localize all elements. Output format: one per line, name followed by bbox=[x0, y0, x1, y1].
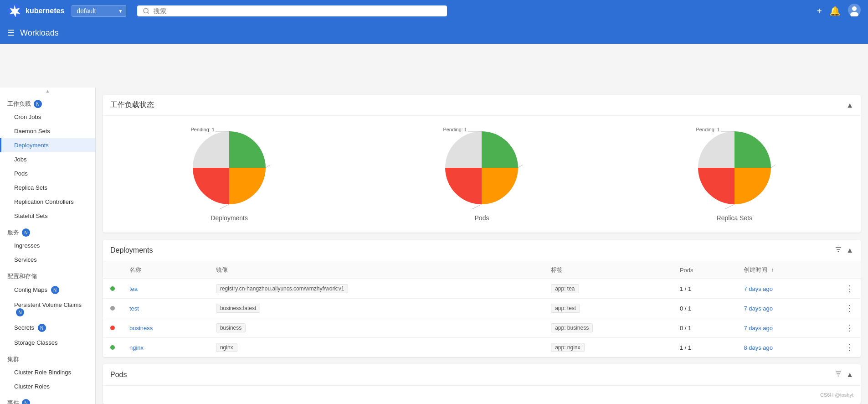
table-row: test business:latest app: test 0 / 1 7 d… bbox=[103, 299, 861, 318]
svg-line-9 bbox=[266, 163, 270, 168]
charts-area: Pending: 1 Running: 2 Failed: 1 Deployme… bbox=[103, 116, 861, 233]
kubernetes-logo-icon bbox=[7, 4, 22, 18]
sidebar: ▲ 工作负载 N Cron Jobs Daemon Sets Deploymen… bbox=[0, 88, 96, 404]
sidebar-item-deployments[interactable]: Deployments bbox=[0, 138, 95, 152]
table-row: tea registry.cn-hangzhou.aliyuncs.com/wm… bbox=[103, 279, 861, 299]
table-row: nginx nginx app: nginx 1 / 1 8 days ago … bbox=[103, 338, 861, 357]
workload-status-header: 工作负载状态 ▲ bbox=[103, 95, 861, 116]
image-tag: business bbox=[216, 323, 246, 332]
workload-status-collapse-icon[interactable]: ▲ bbox=[846, 101, 853, 109]
status-dot bbox=[110, 345, 115, 350]
row-label-cell: app: test bbox=[544, 299, 673, 318]
user-avatar-icon[interactable] bbox=[848, 4, 861, 19]
sidebar-item-replica-sets[interactable]: Replica Sets bbox=[0, 181, 95, 195]
sidebar-item-services[interactable]: Services bbox=[0, 253, 95, 267]
pods-card: Pods ▲ CS6H @toshyt bbox=[103, 364, 861, 404]
pods-collapse-icon[interactable]: ▲ bbox=[846, 371, 853, 379]
th-name: 名称 bbox=[122, 261, 209, 279]
workloads-bar: ☰ Workloads bbox=[0, 22, 868, 44]
search-input[interactable] bbox=[154, 7, 442, 15]
sidebar-item-pods[interactable]: Pods bbox=[0, 166, 95, 181]
deployment-name-link[interactable]: tea bbox=[129, 285, 138, 292]
deployments-collapse-icon[interactable]: ▲ bbox=[846, 246, 853, 254]
deployments-card-header: Deployments ▲ bbox=[103, 240, 861, 261]
row-status-cell bbox=[103, 279, 122, 299]
sidebar-item-storage-classes[interactable]: Storage Classes bbox=[0, 336, 95, 350]
main-layout: ▲ 工作负载 N Cron Jobs Daemon Sets Deploymen… bbox=[0, 88, 868, 404]
time-link[interactable]: 7 days ago bbox=[744, 325, 773, 331]
row-more-icon[interactable]: ⋮ bbox=[845, 323, 853, 333]
bottom-right-text: CS6H @toshyt bbox=[820, 392, 853, 398]
deployment-name-link[interactable]: business bbox=[129, 325, 153, 331]
pods-chart-container: Pending: 1 Running: 2 Failed: 1 Pods bbox=[441, 127, 523, 222]
sidebar-item-cluster-roles[interactable]: Cluster Roles bbox=[0, 379, 95, 394]
sidebar-item-cron-jobs[interactable]: Cron Jobs bbox=[0, 110, 95, 124]
th-label: 标签 bbox=[544, 261, 673, 279]
logo-link[interactable]: kubernetes bbox=[7, 4, 64, 18]
sidebar-section-cluster: 集群 bbox=[0, 350, 95, 365]
label-tag: app: nginx bbox=[551, 343, 584, 352]
row-more-cell: ⋮ bbox=[838, 318, 861, 338]
time-link[interactable]: 7 days ago bbox=[744, 285, 773, 292]
row-more-icon[interactable]: ⋮ bbox=[845, 303, 853, 313]
pods-card-header: Pods ▲ bbox=[103, 364, 861, 386]
hamburger-menu-icon[interactable]: ☰ bbox=[7, 28, 15, 38]
deployments-pie-chart: Pending: 1 Running: 2 Failed: 1 bbox=[188, 127, 270, 209]
image-tag: registry.cn-hangzhou.aliyuncs.com/wmzhyf… bbox=[216, 284, 349, 293]
row-time-cell: 7 days ago bbox=[736, 279, 838, 299]
sidebar-item-ingresses[interactable]: Ingresses bbox=[0, 238, 95, 253]
time-link[interactable]: 8 days ago bbox=[744, 344, 773, 351]
row-image-cell: nginx bbox=[209, 338, 544, 357]
pods-filter-icon[interactable] bbox=[834, 370, 842, 380]
notifications-icon[interactable]: 🔔 bbox=[829, 5, 841, 16]
label-tag: app: test bbox=[551, 304, 580, 313]
namespace-selector[interactable]: default bbox=[72, 5, 126, 17]
sidebar-item-secrets[interactable]: Secrets N bbox=[0, 320, 95, 336]
row-more-icon[interactable]: ⋮ bbox=[845, 284, 853, 294]
sidebar-item-jobs[interactable]: Jobs bbox=[0, 152, 95, 166]
row-status-cell bbox=[103, 318, 122, 338]
sidebar-section-events: 事件 N bbox=[0, 394, 95, 404]
th-status bbox=[103, 261, 122, 279]
svg-point-1 bbox=[13, 10, 16, 12]
svg-line-23 bbox=[721, 204, 734, 209]
th-image: 镜像 bbox=[209, 261, 544, 279]
svg-line-17 bbox=[468, 204, 482, 209]
deployments-table-container: 名称 镜像 标签 Pods 创建时间 ↑ bbox=[103, 261, 861, 357]
row-name-cell: tea bbox=[122, 279, 209, 299]
status-dot bbox=[110, 306, 115, 311]
deployments-filter-icon[interactable] bbox=[834, 245, 842, 255]
sidebar-item-replication-controllers[interactable]: Replication Controllers bbox=[0, 195, 95, 209]
sidebar-item-persistent-volume-claims[interactable]: Persistent Volume Claims N bbox=[0, 298, 95, 320]
deployment-name-link[interactable]: test bbox=[129, 305, 139, 312]
sidebar-section-config: 配置和存储 bbox=[0, 267, 95, 282]
deployments-chart-container: Pending: 1 Running: 2 Failed: 1 Deployme… bbox=[188, 127, 270, 222]
svg-line-3 bbox=[148, 12, 149, 14]
sidebar-item-config-maps[interactable]: Config Maps N bbox=[0, 282, 95, 298]
deployments-card: Deployments ▲ bbox=[103, 240, 861, 357]
label-tag: app: business bbox=[551, 323, 593, 332]
row-time-cell: 7 days ago bbox=[736, 299, 838, 318]
sidebar-item-daemon-sets[interactable]: Daemon Sets bbox=[0, 124, 95, 138]
workload-status-title: 工作负载状态 bbox=[110, 100, 154, 110]
scroll-up-indicator[interactable]: ▲ bbox=[0, 88, 95, 94]
svg-line-21 bbox=[771, 163, 776, 168]
svg-text:Pending: 1: Pending: 1 bbox=[191, 127, 215, 132]
sidebar-item-cluster-role-bindings[interactable]: Cluster Role Bindings bbox=[0, 365, 95, 379]
time-link[interactable]: 7 days ago bbox=[744, 305, 773, 312]
namespace-select-input[interactable]: default bbox=[72, 5, 126, 17]
row-status-cell bbox=[103, 338, 122, 357]
row-name-cell: business bbox=[122, 318, 209, 338]
deployment-name-link[interactable]: nginx bbox=[129, 344, 144, 351]
row-name-cell: nginx bbox=[122, 338, 209, 357]
row-time-cell: 7 days ago bbox=[736, 318, 838, 338]
sort-icon[interactable]: ↑ bbox=[771, 267, 774, 273]
sidebar-section-services: 服务 N bbox=[0, 223, 95, 238]
row-image-cell: business:latest bbox=[209, 299, 544, 318]
add-icon[interactable]: + bbox=[817, 6, 822, 16]
row-more-icon[interactable]: ⋮ bbox=[845, 342, 853, 352]
status-dot bbox=[110, 326, 115, 330]
sidebar-item-stateful-sets[interactable]: Stateful Sets bbox=[0, 209, 95, 223]
row-label-cell: app: nginx bbox=[544, 338, 673, 357]
svg-text:Failed: 1: Failed: 1 bbox=[448, 208, 467, 209]
